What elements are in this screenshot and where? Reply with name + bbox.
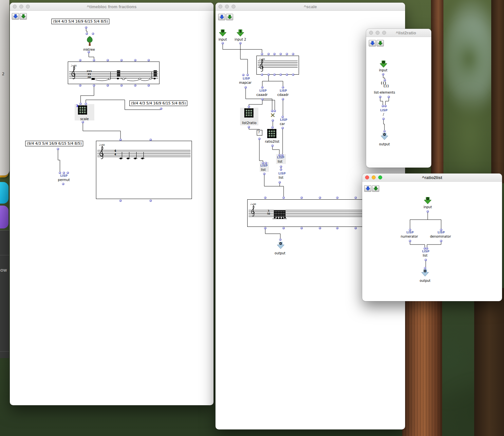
port[interactable] — [427, 210, 429, 212]
zoom-button[interactable] — [232, 5, 235, 9]
port[interactable] — [383, 130, 385, 132]
ratio2list-patch-icon[interactable] — [267, 129, 276, 138]
port[interactable] — [426, 247, 428, 249]
port[interactable] — [301, 227, 303, 229]
mktree-box[interactable] — [84, 35, 95, 46]
scale-patch-icon[interactable] — [78, 105, 87, 115]
port[interactable] — [264, 227, 266, 229]
port[interactable] — [239, 42, 241, 44]
car-label[interactable]: car — [280, 122, 285, 126]
titlebar[interactable]: ^timebloc from fractions — [10, 3, 214, 11]
port[interactable] — [59, 172, 61, 174]
port[interactable] — [79, 84, 81, 86]
port[interactable] — [336, 197, 338, 199]
port[interactable] — [134, 84, 136, 86]
port[interactable] — [222, 42, 224, 44]
port[interactable] — [292, 53, 294, 55]
titlebar[interactable]: ^scale — [215, 3, 405, 11]
port[interactable] — [278, 154, 280, 156]
port[interactable] — [261, 98, 263, 100]
port[interactable] — [440, 240, 442, 242]
port[interactable] — [282, 86, 284, 88]
list-label[interactable]: list — [278, 160, 283, 163]
voice-staff-box[interactable]: ♩=60 4 4 — [96, 141, 192, 199]
mapcar-label[interactable]: mapcar — [239, 81, 252, 84]
chord-seq-box[interactable]: ♩=60 — [256, 56, 299, 75]
divide-label[interactable]: / — [383, 113, 384, 116]
eval-button[interactable] — [364, 185, 371, 192]
port[interactable] — [425, 259, 427, 261]
result-staff-box[interactable]: ♩=60 3 32 — [247, 199, 364, 227]
port[interactable] — [160, 108, 162, 110]
port[interactable] — [258, 138, 260, 140]
close-button[interactable] — [369, 31, 373, 35]
port[interactable] — [282, 98, 284, 100]
port[interactable] — [424, 247, 426, 249]
port[interactable] — [262, 162, 264, 164]
port[interactable] — [279, 239, 281, 241]
port[interactable] — [319, 227, 321, 229]
port[interactable] — [280, 169, 282, 171]
port[interactable] — [120, 200, 121, 202]
port[interactable] — [62, 183, 64, 185]
port[interactable] — [379, 96, 381, 98]
port[interactable] — [424, 267, 426, 269]
port[interactable] — [273, 74, 275, 76]
port[interactable] — [121, 84, 122, 86]
port[interactable] — [382, 73, 384, 75]
caaadr-label[interactable]: caaadr — [256, 93, 268, 97]
port[interactable] — [264, 197, 266, 199]
port[interactable] — [85, 27, 87, 28]
port[interactable] — [280, 74, 282, 76]
port[interactable] — [271, 145, 273, 147]
port[interactable] — [79, 59, 81, 61]
port[interactable] — [93, 59, 95, 61]
list2ratio-patch-icon[interactable] — [244, 108, 253, 118]
port[interactable] — [247, 74, 249, 76]
fraction-textbox[interactable]: (9/4 4/3 5/4 16/9 6/15 5/4 8/5) — [129, 100, 187, 106]
port[interactable] — [388, 96, 390, 98]
port[interactable] — [82, 121, 84, 123]
port[interactable] — [80, 103, 82, 105]
port[interactable] — [273, 53, 275, 55]
port[interactable] — [286, 74, 288, 76]
port[interactable] — [57, 148, 59, 150]
eval-button[interactable] — [369, 40, 376, 46]
dock-item-cyan[interactable] — [0, 182, 9, 204]
zoom-button[interactable] — [378, 175, 382, 179]
port[interactable] — [280, 166, 282, 168]
port[interactable] — [440, 229, 442, 231]
port[interactable] — [383, 118, 384, 120]
port[interactable] — [384, 105, 386, 107]
multiply-icon[interactable]: × — [269, 112, 276, 118]
port[interactable] — [245, 86, 247, 88]
fraction-textbox[interactable]: (9/4 4/3 5/4 16/9 6/15 5/4 8/5) — [51, 19, 109, 24]
titlebar[interactable]: ^ratio2list — [362, 173, 502, 182]
port[interactable] — [271, 110, 273, 112]
port[interactable] — [92, 33, 94, 35]
port[interactable] — [268, 53, 270, 55]
port[interactable] — [88, 51, 90, 53]
port[interactable] — [261, 53, 263, 55]
lock-button[interactable] — [377, 40, 384, 46]
poly-staff-box[interactable]: ♩=60 355 35 36 — [68, 62, 159, 84]
minimize-button[interactable] — [376, 31, 380, 35]
question-box[interactable]: ? — [257, 130, 262, 136]
port[interactable] — [409, 229, 411, 231]
dock-item-purple[interactable] — [0, 206, 9, 228]
cdaadr-label[interactable]: cdaadr — [277, 93, 289, 97]
port[interactable] — [120, 139, 121, 141]
port[interactable] — [86, 33, 88, 35]
numerator-label[interactable]: numerator — [401, 235, 418, 238]
port[interactable] — [286, 53, 288, 55]
port[interactable] — [283, 227, 285, 229]
port[interactable] — [336, 227, 338, 229]
list-elements-icon[interactable]: ()) — [383, 84, 389, 87]
port[interactable] — [409, 240, 411, 242]
port[interactable] — [134, 59, 136, 61]
port[interactable] — [107, 84, 109, 86]
close-button[interactable] — [218, 5, 222, 9]
side-panel[interactable]: NOW — [0, 230, 9, 358]
port[interactable] — [282, 127, 284, 129]
eval-button[interactable] — [218, 14, 225, 20]
